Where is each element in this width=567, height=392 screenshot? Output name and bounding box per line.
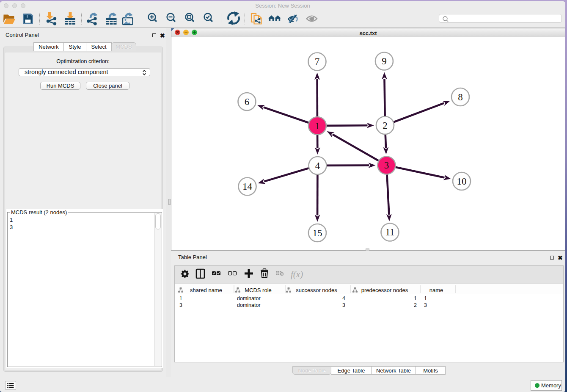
svg-text:shared name: shared name	[190, 287, 222, 293]
svg-text:9: 9	[382, 56, 387, 66]
svg-text:8: 8	[458, 92, 463, 102]
svg-text:dominator: dominator	[237, 302, 261, 308]
svg-text:4: 4	[315, 160, 320, 171]
svg-text:predecessor nodes: predecessor nodes	[361, 287, 408, 293]
svg-text:3: 3	[424, 302, 427, 308]
svg-text:2: 2	[383, 120, 388, 131]
svg-text:MCDS role: MCDS role	[245, 287, 272, 293]
svg-text:10: 10	[457, 176, 467, 187]
svg-text:dominator: dominator	[237, 295, 261, 301]
svg-text:6: 6	[245, 97, 250, 107]
svg-text:1: 1	[424, 295, 427, 301]
svg-text:4: 4	[342, 295, 345, 301]
svg-text:14: 14	[242, 181, 253, 192]
svg-text:f(x): f(x)	[291, 269, 303, 279]
svg-text:3: 3	[384, 160, 389, 171]
svg-text:3: 3	[179, 302, 182, 308]
svg-text:1: 1	[315, 121, 320, 131]
svg-text:2: 2	[414, 302, 417, 308]
svg-text:3: 3	[342, 302, 345, 308]
svg-text:1: 1	[179, 295, 182, 301]
svg-text:name: name	[429, 287, 443, 293]
svg-text:successor nodes: successor nodes	[296, 287, 337, 293]
svg-text:15: 15	[313, 228, 322, 238]
svg-text:7: 7	[315, 56, 320, 67]
svg-text:1: 1	[414, 295, 417, 301]
svg-text:11: 11	[385, 227, 394, 237]
